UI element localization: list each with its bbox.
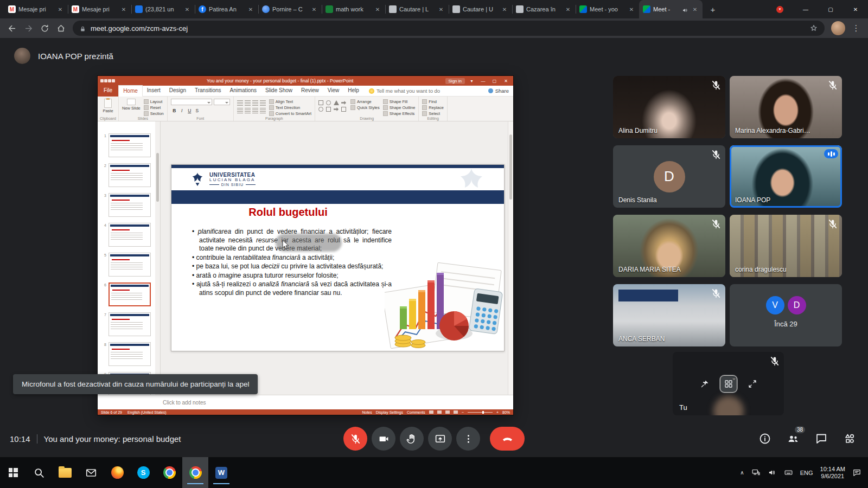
font-style-button[interactable]: I (178, 107, 186, 114)
volume-icon[interactable] (768, 468, 777, 477)
ppt-minimize-button[interactable]: — (478, 79, 488, 84)
ppt-tab-help[interactable]: Help (343, 85, 363, 97)
font-family-select[interactable] (171, 99, 212, 105)
ppt-tab-design[interactable]: Design (165, 85, 190, 97)
browser-tab[interactable]: Pornire – C✕ (258, 0, 322, 18)
tab-close-icon[interactable]: ✕ (437, 7, 445, 12)
mute-button[interactable] (343, 427, 367, 451)
hidden-icons-button[interactable]: ∧ (740, 470, 744, 476)
ppt-tab-review[interactable]: Review (297, 85, 323, 97)
font-size-select[interactable] (214, 99, 230, 105)
slide-thumbnail[interactable]: 5 (100, 253, 157, 277)
slide-thumbnail[interactable]: 2 (100, 163, 157, 187)
more-options-button[interactable] (456, 427, 480, 451)
slide-thumbnail[interactable]: 4 (100, 223, 157, 247)
font-style-button[interactable]: U (186, 107, 193, 114)
editor-scrollbar[interactable] (508, 121, 513, 395)
ppt-tab-home[interactable]: Home (118, 85, 143, 97)
ppt-restore-button[interactable]: ▢ (490, 79, 499, 84)
browser-tab[interactable]: fPatirea An✕ (195, 0, 258, 18)
browser-tab[interactable]: (23,821 un✕ (131, 0, 195, 18)
quick-access-toolbar[interactable] (100, 79, 115, 82)
zoom-slider[interactable] (468, 412, 493, 413)
zoom-out-button[interactable]: − (462, 410, 464, 414)
slideshow-view-icon[interactable] (454, 410, 458, 414)
taskbar-skype[interactable]: S (130, 457, 156, 488)
meeting-details-button[interactable] (758, 432, 771, 445)
font-style-button[interactable]: S (194, 107, 201, 114)
tab-close-icon[interactable]: ✕ (564, 7, 572, 12)
language-status[interactable]: English (United States) (127, 410, 167, 414)
ribbon-button[interactable]: Reset (144, 105, 164, 110)
ribbon-button[interactable]: Shape Outline (383, 105, 416, 110)
participant-tile[interactable]: ANCA SERBAN (613, 284, 725, 346)
keyboard-icon[interactable] (784, 468, 793, 477)
thumbnail-scrollbar[interactable] (155, 121, 160, 395)
reading-view-icon[interactable] (445, 410, 450, 414)
taskbar-firefox[interactable] (104, 457, 130, 488)
new-tab-button[interactable]: + (706, 2, 720, 16)
tab-close-icon[interactable]: ✕ (247, 7, 254, 12)
self-view-tile[interactable]: Tu (673, 352, 784, 415)
language-indicator[interactable]: ENG (800, 470, 813, 476)
forward-button[interactable] (21, 21, 36, 36)
window-close-button[interactable]: ✕ (843, 0, 868, 18)
ppt-sign-in-button[interactable]: Sign in (445, 78, 465, 84)
chat-button[interactable] (815, 432, 828, 445)
ppt-tab-slide-show[interactable]: Slide Show (261, 85, 297, 97)
participant-tile[interactable]: corina dragulescu (730, 215, 842, 277)
slide-thumbnail[interactable]: 6 (100, 282, 157, 306)
ppt-tab-animations[interactable]: Animations (226, 85, 261, 97)
zoom-level[interactable]: 80% (502, 410, 510, 414)
bookmark-star-icon[interactable] (809, 24, 818, 33)
browser-update-badge[interactable]: ▾ (776, 6, 783, 13)
browser-tab[interactable]: MMesaje pri✕ (68, 0, 131, 18)
ppt-tab-view[interactable]: View (323, 85, 344, 97)
browser-tab[interactable]: Cautare | U✕ (449, 0, 512, 18)
window-minimize-button[interactable]: — (793, 0, 818, 18)
ribbon-button[interactable]: Align Text (269, 99, 311, 104)
taskbar-start[interactable] (0, 457, 26, 488)
notes-toggle[interactable]: Notes (362, 410, 372, 414)
ppt-tab-transitions[interactable]: Transitions (190, 85, 226, 97)
tab-close-icon[interactable]: ✕ (374, 7, 381, 12)
participant-tile[interactable]: Alina Dumitru (613, 76, 725, 138)
participant-tile[interactable]: DDenis Stanila (613, 145, 725, 208)
zoom-in-button[interactable]: + (496, 410, 499, 414)
ribbon-button[interactable]: Shape Effects (383, 111, 416, 116)
pin-button[interactable] (696, 375, 713, 393)
ribbon-button[interactable]: Find (422, 99, 444, 104)
slide-thumbnail[interactable]: 8 (100, 342, 157, 366)
activities-button[interactable] (843, 432, 856, 445)
tab-close-icon[interactable]: ✕ (310, 7, 318, 12)
ribbon-button[interactable]: Shape Fill (383, 99, 416, 104)
camera-button[interactable] (372, 427, 395, 451)
browser-tab[interactable]: Meet - yoo✕ (576, 0, 639, 18)
new-slide-button[interactable]: New Slide (122, 99, 141, 111)
window-maximize-button[interactable]: ▢ (818, 0, 843, 18)
tab-close-icon[interactable]: ✕ (120, 7, 127, 12)
tab-close-icon[interactable]: ✕ (56, 7, 64, 12)
tab-close-icon[interactable]: ✕ (183, 7, 191, 12)
slide-thumbnail[interactable]: 1 (100, 133, 157, 157)
ppt-share-button[interactable]: Share (488, 88, 509, 94)
normal-view-icon[interactable] (429, 410, 433, 414)
ribbon-button[interactable]: Replace (422, 105, 444, 110)
browser-tab[interactable]: Cazarea în✕ (512, 0, 576, 18)
browser-tab[interactable]: MMesaje pri✕ (4, 0, 68, 18)
taskbar-file-explorer[interactable] (52, 457, 78, 488)
browser-menu-button[interactable]: ⋮ (848, 21, 864, 36)
home-button[interactable] (53, 21, 68, 36)
network-icon[interactable] (751, 468, 761, 477)
ppt-tell-me[interactable]: Tell me what you want to do (369, 88, 440, 94)
tab-close-icon[interactable]: ✕ (628, 7, 635, 12)
paste-button[interactable]: Paste (101, 99, 115, 113)
taskbar-chrome[interactable] (182, 457, 208, 488)
display-settings-button[interactable]: Display Settings (376, 410, 403, 414)
ribbon-button[interactable]: Section (144, 111, 164, 116)
leave-call-button[interactable] (490, 427, 525, 451)
ribbon-button[interactable]: Arrange (350, 99, 380, 104)
reload-button[interactable] (37, 21, 52, 36)
browser-tab[interactable]: math work✕ (322, 0, 385, 18)
taskbar-mail[interactable] (78, 457, 104, 488)
